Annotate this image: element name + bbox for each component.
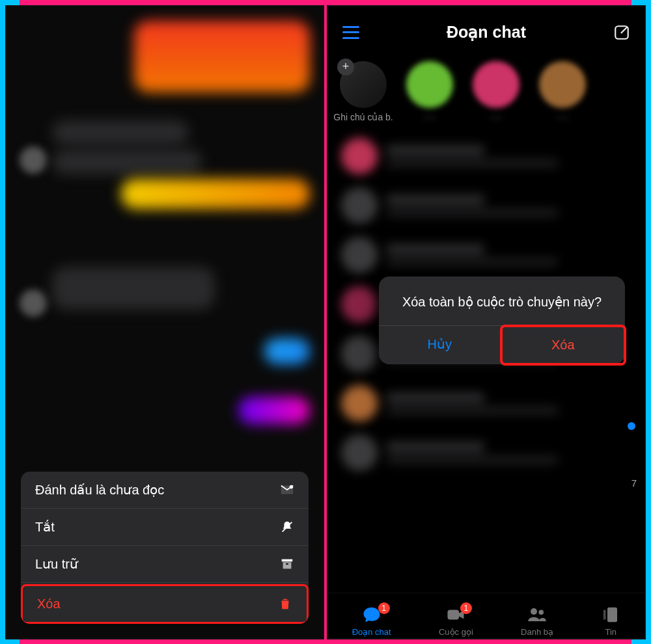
my-note-label: Ghi chú của b. bbox=[333, 112, 393, 122]
people-icon bbox=[527, 605, 547, 624]
story-item[interactable]: ····· bbox=[470, 61, 522, 122]
compose-icon[interactable] bbox=[613, 24, 630, 41]
mark-unread-label: Đánh dấu là chưa đọc bbox=[35, 482, 164, 498]
tab-chats[interactable]: 1 Đoạn chat bbox=[352, 605, 391, 637]
tab-badge: 1 bbox=[460, 602, 472, 614]
sender-avatar bbox=[20, 289, 47, 317]
chats-header: Đoạn chat bbox=[328, 7, 644, 52]
bell-off-icon bbox=[280, 520, 294, 534]
page-title: Đoạn chat bbox=[447, 23, 526, 42]
message-bubble-received bbox=[52, 120, 189, 145]
tab-stories[interactable]: Tin bbox=[601, 605, 620, 637]
svg-point-8 bbox=[539, 610, 544, 615]
svg-rect-3 bbox=[283, 562, 292, 569]
tab-label: Danh bạ bbox=[521, 627, 553, 637]
svg-rect-6 bbox=[448, 610, 460, 619]
mark-unread-item[interactable]: Đánh dấu là chưa đọc bbox=[21, 472, 309, 509]
message-bubble-received bbox=[52, 150, 202, 174]
cancel-button[interactable]: Hủy bbox=[379, 326, 501, 364]
svg-rect-2 bbox=[282, 559, 293, 561]
svg-rect-10 bbox=[603, 610, 606, 619]
tab-calls[interactable]: 1 Cuộc gọi bbox=[439, 605, 473, 637]
tab-label: Cuộc gọi bbox=[439, 627, 473, 637]
story-item[interactable]: ····· bbox=[536, 61, 589, 122]
delete-item[interactable]: Xóa bbox=[21, 584, 309, 624]
archive-box-icon bbox=[280, 557, 294, 571]
conversation-row[interactable] bbox=[336, 428, 637, 477]
svg-point-0 bbox=[290, 485, 294, 489]
trash-icon bbox=[278, 597, 292, 611]
message-bubble-sent bbox=[238, 397, 310, 424]
unread-dot-icon bbox=[628, 422, 635, 430]
delete-label: Xóa bbox=[37, 597, 61, 611]
message-bubble-received bbox=[52, 267, 215, 310]
menu-icon[interactable] bbox=[342, 26, 359, 39]
archive-label: Lưu trữ bbox=[35, 556, 78, 572]
stories-icon bbox=[601, 605, 620, 624]
delete-confirmation-alert: Xóa toàn bộ cuộc trò chuyện này? Hủy Xóa bbox=[379, 276, 625, 364]
story-item[interactable]: ····· bbox=[404, 61, 456, 122]
stories-row[interactable]: + Ghi chú của b. ····· ····· ····· bbox=[328, 52, 644, 126]
unread-count: 7 bbox=[631, 477, 637, 489]
archive-item[interactable]: Lưu trữ bbox=[21, 546, 309, 583]
tutorial-composite: Đánh dấu là chưa đọc Tắt Lưu trữ Xóa bbox=[0, 0, 651, 644]
tab-label: Đoạn chat bbox=[352, 627, 391, 637]
alert-title: Xóa toàn bộ cuộc trò chuyện này? bbox=[379, 276, 625, 325]
phone-left: Đánh dấu là chưa đọc Tắt Lưu trữ Xóa bbox=[5, 5, 324, 639]
alert-buttons: Hủy Xóa bbox=[379, 325, 625, 364]
message-bubble-sent bbox=[264, 338, 310, 364]
message-bubble-sent bbox=[121, 179, 310, 209]
svg-rect-4 bbox=[286, 563, 288, 565]
mute-item[interactable]: Tắt bbox=[21, 509, 309, 546]
tab-badge: 1 bbox=[378, 602, 390, 614]
tab-label: Tin bbox=[605, 627, 617, 637]
conversation-row[interactable] bbox=[336, 230, 637, 280]
bottom-tab-bar: 1 Đoạn chat 1 Cuộc gọi Danh bạ Tin bbox=[328, 593, 644, 638]
my-note-story[interactable]: + Ghi chú của b. bbox=[337, 61, 389, 122]
delete-button[interactable]: Xóa bbox=[500, 325, 627, 366]
tab-people[interactable]: Danh bạ bbox=[521, 605, 553, 637]
message-bubble-sent bbox=[134, 21, 310, 92]
conversation-row[interactable] bbox=[336, 181, 637, 230]
svg-rect-9 bbox=[607, 607, 617, 622]
sender-avatar bbox=[20, 146, 47, 174]
phone-right: Đoạn chat + Ghi chú của b. ····· ····· ·… bbox=[327, 5, 646, 639]
conversation-row[interactable] bbox=[336, 379, 637, 428]
conversation-row[interactable] bbox=[336, 131, 637, 181]
plus-icon: + bbox=[337, 59, 354, 75]
svg-point-7 bbox=[531, 608, 537, 615]
mute-label: Tắt bbox=[35, 519, 55, 535]
mail-unread-icon bbox=[280, 483, 294, 497]
chat-action-sheet: Đánh dấu là chưa đọc Tắt Lưu trữ Xóa bbox=[21, 472, 309, 624]
